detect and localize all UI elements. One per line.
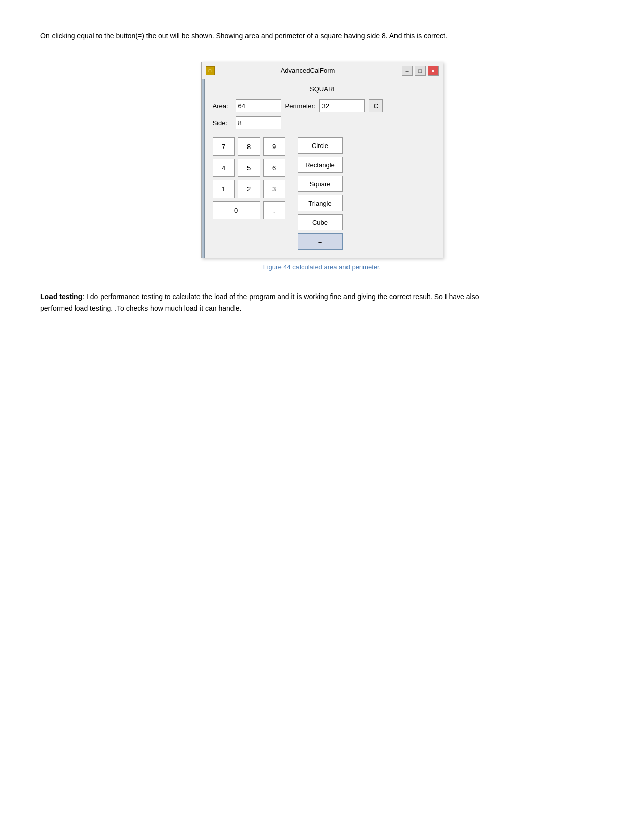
circle-button[interactable]: Circle — [298, 137, 343, 154]
maximize-button[interactable]: □ — [415, 66, 426, 76]
key-7[interactable]: 7 — [213, 137, 235, 156]
equals-button[interactable]: = — [298, 233, 343, 250]
figure-caption: Figure 44 calculated area and perimeter. — [263, 263, 381, 271]
area-perimeter-row: Area: Perimeter: C — [213, 99, 435, 112]
rectangle-button[interactable]: Rectangle — [298, 157, 343, 173]
window-controls: – □ × — [402, 66, 439, 76]
keypad-row-2: 4 5 6 — [213, 159, 285, 177]
key-4[interactable]: 4 — [213, 159, 235, 177]
load-testing-paragraph: Load testing: I do performance testing t… — [40, 291, 495, 314]
perimeter-label: Perimeter: — [285, 102, 316, 110]
keypad-row-4: 0 . — [213, 201, 285, 219]
window-left-bar: SQUARE Area: Perimeter: C Side: — [202, 79, 443, 258]
close-button[interactable]: × — [428, 66, 439, 76]
key-1[interactable]: 1 — [213, 180, 235, 198]
perimeter-input[interactable] — [319, 99, 365, 112]
figure-wrapper: □ AdvancedCalForm – □ × SQUARE Area: — [40, 62, 604, 271]
area-label: Area: — [213, 102, 232, 110]
key-0[interactable]: 0 — [213, 201, 260, 219]
clear-button[interactable]: C — [369, 99, 383, 112]
side-row: Side: — [213, 116, 435, 129]
keypad: 7 8 9 4 5 6 1 2 — [213, 137, 285, 219]
key-6[interactable]: 6 — [263, 159, 285, 177]
key-8[interactable]: 8 — [238, 137, 260, 156]
area-input[interactable] — [236, 99, 281, 112]
key-9[interactable]: 9 — [263, 137, 285, 156]
window-body: SQUARE Area: Perimeter: C Side: — [205, 79, 443, 258]
window-titlebar: □ AdvancedCalForm – □ × — [202, 62, 443, 79]
triangle-button[interactable]: Triangle — [298, 195, 343, 211]
minimize-button[interactable]: – — [402, 66, 413, 76]
key-dot[interactable]: . — [263, 201, 285, 219]
key-2[interactable]: 2 — [238, 180, 260, 198]
load-testing-text: : I do performance testing to calculate … — [40, 292, 479, 312]
calc-area: 7 8 9 4 5 6 1 2 — [213, 137, 435, 250]
shape-buttons: Circle Rectangle Square Triangle Cube = — [298, 137, 343, 250]
side-label: Side: — [213, 119, 232, 127]
intro-paragraph: On clicking equal to the button(=) the o… — [40, 30, 495, 41]
keypad-row-3: 1 2 3 — [213, 180, 285, 198]
window-content: SQUARE Area: Perimeter: C Side: — [205, 79, 443, 258]
side-input[interactable] — [236, 116, 281, 129]
cube-button[interactable]: Cube — [298, 214, 343, 230]
keypad-row-1: 7 8 9 — [213, 137, 285, 156]
key-5[interactable]: 5 — [238, 159, 260, 177]
app-window: □ AdvancedCalForm – □ × SQUARE Area: — [201, 62, 443, 258]
window-app-icon: □ — [206, 66, 215, 75]
square-button[interactable]: Square — [298, 176, 343, 192]
shape-title: SQUARE — [213, 85, 435, 93]
key-3[interactable]: 3 — [263, 180, 285, 198]
window-title: AdvancedCalForm — [215, 67, 402, 74]
load-testing-label: Load testing — [40, 292, 82, 301]
